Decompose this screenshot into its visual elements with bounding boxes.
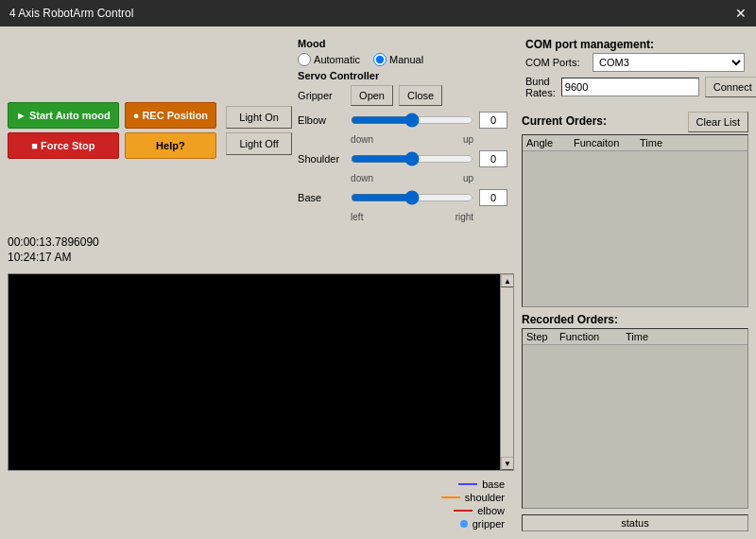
help-button[interactable]: Help? — [125, 132, 216, 159]
legend-base-label: base — [482, 478, 505, 490]
baud-rates-input[interactable] — [561, 78, 699, 96]
recorded-orders-columns: Step Function Time — [523, 329, 747, 345]
legend-gripper-label: gripper — [472, 518, 505, 530]
gripper-label: Gripper — [298, 90, 345, 101]
current-time: 10:24:17 AM — [8, 251, 514, 264]
legend-shoulder-line — [441, 496, 460, 498]
window-title: 4 Axis RobotArm Control — [9, 7, 133, 20]
top-buttons-row: ► Start Auto mood ■ Force Stop ● REC Pos… — [8, 34, 514, 226]
elbow-slider-row: Elbow — [298, 112, 507, 129]
current-orders-header: Current Orders: Clear List — [522, 112, 748, 132]
com-ports-select[interactable]: COM3 — [593, 53, 745, 72]
base-slider-row: Base — [298, 189, 507, 206]
right-panel: COM port management: COM Ports: COM3 Bun… — [522, 34, 748, 531]
com-ports-row: COM Ports: COM3 — [525, 53, 745, 72]
light-off-button[interactable]: Light Off — [226, 132, 292, 155]
base-value[interactable] — [479, 189, 507, 206]
mood-manual-text: Manual — [389, 54, 423, 65]
legend-elbow-label: elbow — [477, 505, 505, 516]
elbow-slider-labels: down up — [351, 134, 473, 145]
legend-shoulder-label: shoulder — [465, 492, 505, 503]
gripper-close-button[interactable]: Close — [399, 85, 442, 106]
graph-scrollbar: ▲ ▼ — [500, 274, 513, 470]
legend-gripper: gripper — [460, 518, 505, 530]
elbow-label: Elbow — [298, 114, 345, 126]
shoulder-slider-labels: down up — [351, 173, 473, 183]
status-bar: status — [522, 514, 748, 531]
col-rec-function-header: Function — [559, 331, 626, 342]
legend-shoulder: shoulder — [441, 492, 505, 503]
btn-group-left: ► Start Auto mood ■ Force Stop — [8, 102, 119, 159]
clear-list-button[interactable]: Clear List — [688, 112, 748, 132]
shoulder-slider-row: Shoulder — [298, 150, 507, 167]
title-bar: 4 Axis RobotArm Control ✕ — [0, 0, 756, 26]
col-angle-header: Angle — [526, 137, 574, 148]
base-label: Base — [298, 192, 345, 203]
shoulder-value[interactable] — [479, 150, 507, 167]
rec-position-button[interactable]: ● REC Position — [125, 102, 216, 129]
chart-legend: base shoulder elbow gripper — [8, 477, 514, 531]
legend-gripper-dot — [460, 520, 468, 528]
recorded-orders-section: Recorded Orders: Step Function Time — [522, 313, 748, 509]
main-content: ► Start Auto mood ■ Force Stop ● REC Pos… — [0, 26, 756, 539]
btn-group-right: ● REC Position Help? — [125, 102, 216, 159]
current-orders-section: Current Orders: Clear List Angle Funcait… — [522, 112, 748, 307]
elbow-down-label: down — [351, 134, 373, 145]
graph-area: ▲ ▼ — [8, 273, 514, 471]
close-button[interactable]: ✕ — [735, 6, 747, 21]
com-section-title: COM port management: — [525, 38, 745, 51]
current-orders-list: Angle Funcaiton Time — [522, 134, 748, 307]
gripper-row: Gripper Open Close — [298, 85, 507, 106]
mood-manual-radio[interactable] — [373, 53, 387, 66]
mood-section: Mood Automatic Manual Servo Contr — [298, 38, 507, 222]
scroll-down-button[interactable]: ▼ — [501, 457, 514, 470]
btn-light-group: Light On Light Off — [226, 106, 292, 155]
mood-radio-row: Automatic Manual — [298, 53, 507, 66]
mood-title: Mood — [298, 38, 507, 49]
shoulder-up-label: up — [463, 173, 473, 183]
mood-manual-label[interactable]: Manual — [373, 53, 423, 66]
elbow-slider[interactable] — [351, 113, 473, 128]
elbow-up-label: up — [463, 134, 473, 145]
shoulder-slider[interactable] — [351, 151, 473, 166]
mood-automatic-radio[interactable] — [298, 53, 311, 66]
base-left-label: left — [351, 212, 363, 222]
baud-rates-row: Bund Rates: Connect — [525, 76, 745, 98]
col-step-header: Step — [526, 331, 559, 342]
scroll-up-button[interactable]: ▲ — [501, 274, 514, 287]
legend-elbow: elbow — [454, 505, 505, 516]
recorded-orders-title: Recorded Orders: — [522, 313, 748, 326]
recorded-orders-list: Step Function Time — [522, 328, 748, 509]
legend-base: base — [458, 478, 505, 490]
legend-base-line — [458, 483, 477, 485]
current-orders-title: Current Orders: — [522, 114, 607, 128]
col-time-header: Time — [640, 137, 744, 148]
legend-elbow-line — [454, 510, 472, 512]
mood-automatic-text: Automatic — [314, 54, 360, 65]
left-panel: ► Start Auto mood ■ Force Stop ● REC Pos… — [8, 34, 514, 531]
elbow-value[interactable] — [479, 112, 507, 129]
elapsed-time: 00:00:13.7896090 — [8, 235, 514, 249]
current-orders-columns: Angle Funcaiton Time — [523, 135, 747, 151]
col-function-header: Funcaiton — [574, 137, 640, 148]
time-section: 00:00:13.7896090 10:24:17 AM — [8, 232, 514, 268]
servo-section: Servo Controller Gripper Open Close Elbo… — [298, 70, 507, 222]
com-section: COM port management: COM Ports: COM3 Bun… — [522, 34, 748, 106]
base-slider-labels: left right — [351, 212, 473, 222]
base-slider[interactable] — [351, 190, 473, 205]
shoulder-down-label: down — [351, 173, 373, 183]
gripper-open-button[interactable]: Open — [351, 85, 393, 106]
mood-automatic-label[interactable]: Automatic — [298, 53, 360, 66]
shoulder-label: Shoulder — [298, 153, 345, 165]
com-ports-label: COM Ports: — [525, 57, 587, 68]
baud-rates-label: Bund Rates: — [525, 76, 556, 98]
controls-section: Mood Automatic Manual Servo Contr — [298, 34, 507, 226]
base-right-label: right — [455, 212, 473, 222]
col-rec-time-header: Time — [626, 331, 744, 342]
light-on-button[interactable]: Light On — [226, 106, 292, 129]
force-stop-button[interactable]: ■ Force Stop — [8, 132, 119, 159]
start-auto-mood-button[interactable]: ► Start Auto mood — [8, 102, 119, 129]
servo-title: Servo Controller — [298, 70, 507, 81]
connect-button[interactable]: Connect — [705, 77, 756, 97]
